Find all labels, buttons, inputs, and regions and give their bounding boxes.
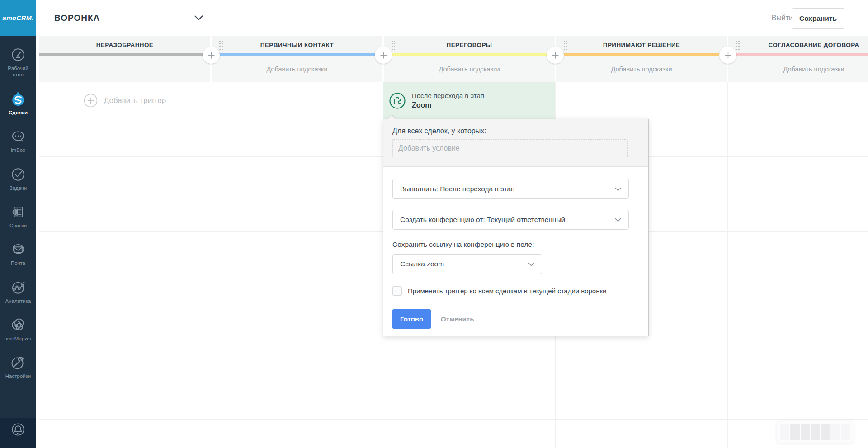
imbox-chat-icon xyxy=(10,129,26,144)
trigger-event-label: После перехода в этап xyxy=(412,92,484,99)
column-header: ПЕРЕГОВОРЫ xyxy=(384,36,555,53)
drag-handle-icon[interactable] xyxy=(391,40,395,50)
skeleton-segment xyxy=(821,424,830,440)
sidebar-notifications-area xyxy=(0,418,36,448)
settings-icon xyxy=(10,355,26,370)
sidebar-item-settings[interactable]: Настройки xyxy=(0,355,36,379)
save-link-label: Сохранить ссылку на конференцию в поле: xyxy=(392,241,628,249)
topbar: ВОРОНКА Выйти Сохранить xyxy=(36,0,868,36)
column-body xyxy=(211,82,383,448)
link-field-value: Ссылка zoom xyxy=(400,260,444,268)
sidebar-item-label: Списки xyxy=(9,222,27,229)
column-hint-row: Добавить подсказки xyxy=(212,56,382,82)
bell-icon[interactable] xyxy=(11,422,25,437)
sidebar-item-tasks[interactable]: Задачи xyxy=(0,167,36,191)
column-title: ПРИНИМАЮТ РЕШЕНИЕ xyxy=(603,42,680,48)
chevron-down-icon[interactable] xyxy=(194,15,203,21)
drag-handle-icon[interactable] xyxy=(563,40,567,50)
amocrm-logo: amoCRM. xyxy=(0,0,36,36)
add-hints-link[interactable]: Добавить подсказки xyxy=(783,66,844,73)
apply-all-checkbox[interactable] xyxy=(392,286,402,296)
add-hints-link[interactable]: Добавить подсказки xyxy=(266,66,327,73)
sidebar: amoCRM. Рабочий стол Сделки imBox xyxy=(0,0,36,448)
execute-moment-value: Выполнить: После перехода в этап xyxy=(400,185,514,193)
sidebar-nav: Рабочий стол Сделки imBox Задачи xyxy=(0,47,36,393)
trigger-name: Zoom xyxy=(412,101,484,109)
deals-icon xyxy=(10,91,26,107)
logout-button[interactable]: Выйти xyxy=(772,0,793,36)
skeleton-segment xyxy=(841,424,850,440)
popup-settings-section: Выполнить: После перехода в этап Создать… xyxy=(383,167,648,336)
skeleton-segment xyxy=(780,424,789,440)
sidebar-item-deals[interactable]: Сделки xyxy=(0,91,36,116)
add-stage-button[interactable] xyxy=(547,47,564,64)
pipeline-column-unsorted: НЕРАЗОБРАННОЕ Добавить триггер xyxy=(39,36,211,448)
sidebar-item-imbox[interactable]: imBox xyxy=(0,129,36,153)
page-title: ВОРОНКА xyxy=(54,13,100,23)
plus-icon xyxy=(380,52,387,59)
sidebar-item-market[interactable]: amoМаркет xyxy=(0,317,36,342)
skeleton-segment xyxy=(811,424,820,440)
link-field-select[interactable]: Ссылка zoom xyxy=(392,254,542,274)
add-stage-button[interactable] xyxy=(375,47,392,64)
funnel-selector[interactable]: ВОРОНКА xyxy=(54,0,100,36)
tasks-icon xyxy=(10,167,26,182)
add-hints-link[interactable]: Добавить подсказки xyxy=(611,66,672,73)
sidebar-item-mail[interactable]: Почта xyxy=(0,242,36,266)
column-body: Добавить триггер xyxy=(39,82,211,448)
column-header: ПЕРВИЧНЫЙ КОНТАКТ xyxy=(212,36,382,53)
market-icon xyxy=(10,317,26,333)
column-header: НЕРАЗОБРАННОЕ xyxy=(39,36,210,53)
sidebar-item-dashboard[interactable]: Рабочий стол xyxy=(0,47,36,78)
chevron-down-icon xyxy=(615,187,621,191)
save-button[interactable]: Сохранить xyxy=(792,8,844,29)
apply-all-label: Применить триггер ко всем сделкам в теку… xyxy=(408,287,606,295)
popup-conditions-section: Для всех сделок, у которых: xyxy=(383,119,648,167)
trigger-card-texts: После перехода в этап Zoom xyxy=(412,92,484,109)
popup-buttons-row: Готово Отменить xyxy=(392,309,628,329)
amocrm-funnel-settings-page: amoCRM. Рабочий стол Сделки imBox xyxy=(0,0,868,448)
execute-moment-select[interactable]: Выполнить: После перехода в этап xyxy=(392,179,629,199)
sidebar-item-analytics[interactable]: Аналитика xyxy=(0,280,36,304)
column-title: ПЕРВИЧНЫЙ КОНТАКТ xyxy=(260,42,334,48)
conditions-label: Для всех сделок, у которых: xyxy=(392,127,628,135)
add-hints-link[interactable]: Добавить подсказки xyxy=(439,66,500,73)
drag-handle-icon[interactable] xyxy=(219,40,223,50)
sidebar-item-label: Настройки xyxy=(5,373,31,379)
zoom-trigger-card[interactable]: После перехода в этап Zoom xyxy=(383,82,555,119)
column-hint-row xyxy=(39,56,210,82)
add-condition-input[interactable] xyxy=(392,139,628,157)
analytics-icon xyxy=(10,280,26,295)
chevron-down-icon xyxy=(615,218,621,222)
drag-handle-icon[interactable] xyxy=(736,40,740,50)
plus-icon xyxy=(208,52,215,59)
add-stage-button[interactable] xyxy=(203,47,220,64)
skeleton-segment xyxy=(801,424,810,440)
column-header: СОГЛАСОВАНИЕ ДОГОВОРА xyxy=(728,36,868,53)
sidebar-item-label: Сделки xyxy=(9,109,28,116)
skeleton-segment xyxy=(830,424,840,440)
sidebar-item-lists[interactable]: Списки xyxy=(0,204,36,229)
lists-icon xyxy=(10,204,26,220)
puzzle-icon xyxy=(389,92,406,109)
cancel-button[interactable]: Отменить xyxy=(441,315,474,323)
column-body xyxy=(728,82,868,448)
add-trigger-button[interactable]: Добавить триггер xyxy=(39,82,211,119)
plus-icon xyxy=(725,52,731,59)
plus-circle-icon xyxy=(84,94,98,108)
conference-owner-value: Создать конференцию от: Текущий ответств… xyxy=(400,216,565,224)
add-stage-button[interactable] xyxy=(719,47,736,64)
done-button[interactable]: Готово xyxy=(392,309,431,329)
conference-owner-select[interactable]: Создать конференцию от: Текущий ответств… xyxy=(392,210,629,230)
trigger-settings-popup: Для всех сделок, у которых: Выполнить: П… xyxy=(383,119,649,336)
sidebar-item-label: Почта xyxy=(11,260,25,266)
mail-icon xyxy=(10,242,26,257)
sidebar-item-label: imBox xyxy=(11,147,25,153)
sidebar-item-label: Аналитика xyxy=(5,298,31,304)
column-title: НЕРАЗОБРАННОЕ xyxy=(96,42,154,48)
plus-icon xyxy=(552,52,559,59)
apply-all-row: Применить триггер ко всем сделкам в теку… xyxy=(392,286,628,296)
loading-skeleton xyxy=(777,421,854,443)
pipeline-column-first-contact: ПЕРВИЧНЫЙ КОНТАКТ Добавить подсказки xyxy=(211,36,383,448)
sidebar-item-label: Рабочий стол xyxy=(3,65,33,78)
